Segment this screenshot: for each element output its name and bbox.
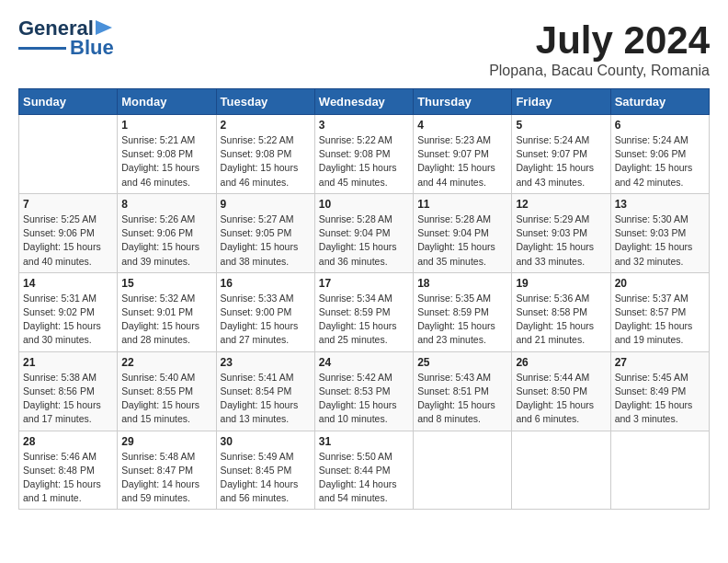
title-area: July 2024 Plopana, Bacau County, Romania bbox=[489, 18, 710, 79]
calendar-cell: 8Sunrise: 5:26 AM Sunset: 9:06 PM Daylig… bbox=[118, 193, 216, 272]
calendar-cell: 20Sunrise: 5:37 AM Sunset: 8:57 PM Dayli… bbox=[610, 272, 709, 351]
day-number: 7 bbox=[23, 198, 113, 211]
calendar-cell: 14Sunrise: 5:31 AM Sunset: 9:02 PM Dayli… bbox=[19, 272, 118, 351]
cell-content: Sunrise: 5:35 AM Sunset: 8:59 PM Dayligh… bbox=[417, 292, 507, 348]
calendar-week-5: 28Sunrise: 5:46 AM Sunset: 8:48 PM Dayli… bbox=[19, 431, 710, 510]
cell-content: Sunrise: 5:45 AM Sunset: 8:49 PM Dayligh… bbox=[615, 371, 705, 427]
cell-content: Sunrise: 5:24 AM Sunset: 9:07 PM Dayligh… bbox=[516, 133, 606, 190]
cell-content: Sunrise: 5:40 AM Sunset: 8:55 PM Dayligh… bbox=[121, 371, 211, 427]
day-number: 28 bbox=[23, 435, 113, 448]
page-title: July 2024 bbox=[489, 18, 710, 63]
calendar-cell bbox=[610, 431, 709, 510]
weekday-header-tuesday: Tuesday bbox=[216, 89, 314, 115]
calendar-week-4: 21Sunrise: 5:38 AM Sunset: 8:56 PM Dayli… bbox=[19, 351, 710, 431]
cell-content: Sunrise: 5:22 AM Sunset: 9:08 PM Dayligh… bbox=[319, 133, 409, 190]
logo-arrow-icon bbox=[96, 18, 116, 37]
calendar-cell: 9Sunrise: 5:27 AM Sunset: 9:05 PM Daylig… bbox=[216, 193, 314, 272]
weekday-header-sunday: Sunday bbox=[19, 89, 118, 115]
calendar-cell: 17Sunrise: 5:34 AM Sunset: 8:59 PM Dayli… bbox=[314, 272, 413, 351]
day-number: 14 bbox=[23, 277, 113, 290]
day-number: 30 bbox=[221, 435, 311, 448]
cell-content: Sunrise: 5:24 AM Sunset: 9:06 PM Dayligh… bbox=[615, 133, 705, 190]
cell-content: Sunrise: 5:41 AM Sunset: 8:54 PM Dayligh… bbox=[221, 371, 311, 427]
calendar-cell: 24Sunrise: 5:42 AM Sunset: 8:53 PM Dayli… bbox=[314, 351, 413, 431]
cell-content: Sunrise: 5:50 AM Sunset: 8:44 PM Dayligh… bbox=[319, 450, 409, 506]
cell-content: Sunrise: 5:22 AM Sunset: 9:08 PM Dayligh… bbox=[221, 133, 311, 190]
page-subtitle: Plopana, Bacau County, Romania bbox=[489, 63, 710, 79]
day-number: 11 bbox=[417, 198, 507, 211]
day-number: 2 bbox=[221, 119, 311, 132]
calendar-cell: 13Sunrise: 5:30 AM Sunset: 9:03 PM Dayli… bbox=[610, 193, 709, 272]
cell-content: Sunrise: 5:49 AM Sunset: 8:45 PM Dayligh… bbox=[221, 450, 311, 506]
day-number: 25 bbox=[417, 356, 507, 369]
calendar-week-2: 7Sunrise: 5:25 AM Sunset: 9:06 PM Daylig… bbox=[19, 193, 710, 272]
day-number: 20 bbox=[615, 277, 705, 290]
day-number: 17 bbox=[319, 277, 409, 290]
calendar-cell: 26Sunrise: 5:44 AM Sunset: 8:50 PM Dayli… bbox=[512, 351, 610, 431]
calendar-cell: 25Sunrise: 5:43 AM Sunset: 8:51 PM Dayli… bbox=[414, 351, 512, 431]
day-number: 29 bbox=[121, 435, 211, 448]
cell-content: Sunrise: 5:27 AM Sunset: 9:05 PM Dayligh… bbox=[221, 213, 311, 269]
calendar-cell: 12Sunrise: 5:29 AM Sunset: 9:03 PM Dayli… bbox=[512, 193, 610, 272]
calendar-cell: 31Sunrise: 5:50 AM Sunset: 8:44 PM Dayli… bbox=[314, 431, 413, 510]
cell-content: Sunrise: 5:48 AM Sunset: 8:47 PM Dayligh… bbox=[121, 450, 211, 506]
cell-content: Sunrise: 5:46 AM Sunset: 8:48 PM Dayligh… bbox=[23, 450, 113, 506]
cell-content: Sunrise: 5:25 AM Sunset: 9:06 PM Dayligh… bbox=[23, 213, 113, 269]
day-number: 16 bbox=[221, 277, 311, 290]
calendar-cell: 19Sunrise: 5:36 AM Sunset: 8:58 PM Dayli… bbox=[512, 272, 610, 351]
day-number: 4 bbox=[417, 119, 507, 132]
day-number: 22 bbox=[121, 356, 211, 369]
day-number: 12 bbox=[516, 198, 606, 211]
weekday-header-wednesday: Wednesday bbox=[314, 89, 413, 115]
calendar-cell: 11Sunrise: 5:28 AM Sunset: 9:04 PM Dayli… bbox=[414, 193, 512, 272]
cell-content: Sunrise: 5:43 AM Sunset: 8:51 PM Dayligh… bbox=[417, 371, 507, 427]
logo-blue-text: Blue bbox=[70, 37, 114, 59]
calendar-cell: 30Sunrise: 5:49 AM Sunset: 8:45 PM Dayli… bbox=[216, 431, 314, 510]
calendar-cell: 21Sunrise: 5:38 AM Sunset: 8:56 PM Dayli… bbox=[19, 351, 118, 431]
calendar-cell bbox=[512, 431, 610, 510]
day-number: 8 bbox=[121, 198, 211, 211]
cell-content: Sunrise: 5:44 AM Sunset: 8:50 PM Dayligh… bbox=[516, 371, 606, 427]
calendar-cell: 3Sunrise: 5:22 AM Sunset: 9:08 PM Daylig… bbox=[314, 115, 413, 194]
day-number: 27 bbox=[615, 356, 705, 369]
calendar-cell bbox=[414, 431, 512, 510]
calendar-cell: 7Sunrise: 5:25 AM Sunset: 9:06 PM Daylig… bbox=[19, 193, 118, 272]
weekday-header-thursday: Thursday bbox=[414, 89, 512, 115]
page-header: General Blue July 2024 Plopana, Bacau Co… bbox=[18, 18, 710, 79]
day-number: 23 bbox=[221, 356, 311, 369]
calendar-cell: 15Sunrise: 5:32 AM Sunset: 9:01 PM Dayli… bbox=[118, 272, 216, 351]
calendar-cell: 6Sunrise: 5:24 AM Sunset: 9:06 PM Daylig… bbox=[610, 115, 709, 194]
cell-content: Sunrise: 5:36 AM Sunset: 8:58 PM Dayligh… bbox=[516, 292, 606, 348]
cell-content: Sunrise: 5:33 AM Sunset: 9:00 PM Dayligh… bbox=[221, 292, 311, 348]
day-number: 10 bbox=[319, 198, 409, 211]
calendar-cell: 4Sunrise: 5:23 AM Sunset: 9:07 PM Daylig… bbox=[414, 115, 512, 194]
cell-content: Sunrise: 5:29 AM Sunset: 9:03 PM Dayligh… bbox=[516, 213, 606, 269]
cell-content: Sunrise: 5:31 AM Sunset: 9:02 PM Dayligh… bbox=[23, 292, 113, 348]
calendar-cell: 10Sunrise: 5:28 AM Sunset: 9:04 PM Dayli… bbox=[314, 193, 413, 272]
logo: General Blue bbox=[18, 18, 116, 59]
cell-content: Sunrise: 5:30 AM Sunset: 9:03 PM Dayligh… bbox=[615, 213, 705, 269]
day-number: 21 bbox=[23, 356, 113, 369]
calendar-cell: 2Sunrise: 5:22 AM Sunset: 9:08 PM Daylig… bbox=[216, 115, 314, 194]
day-number: 24 bbox=[319, 356, 409, 369]
day-number: 13 bbox=[615, 198, 705, 211]
day-number: 3 bbox=[319, 119, 409, 132]
svg-marker-0 bbox=[96, 20, 112, 35]
cell-content: Sunrise: 5:38 AM Sunset: 8:56 PM Dayligh… bbox=[23, 371, 113, 427]
cell-content: Sunrise: 5:26 AM Sunset: 9:06 PM Dayligh… bbox=[121, 213, 211, 269]
cell-content: Sunrise: 5:28 AM Sunset: 9:04 PM Dayligh… bbox=[319, 213, 409, 269]
cell-content: Sunrise: 5:42 AM Sunset: 8:53 PM Dayligh… bbox=[319, 371, 409, 427]
calendar-cell bbox=[19, 115, 118, 194]
day-number: 9 bbox=[221, 198, 311, 211]
cell-content: Sunrise: 5:23 AM Sunset: 9:07 PM Dayligh… bbox=[417, 133, 507, 190]
calendar-cell: 29Sunrise: 5:48 AM Sunset: 8:47 PM Dayli… bbox=[118, 431, 216, 510]
calendar-cell: 18Sunrise: 5:35 AM Sunset: 8:59 PM Dayli… bbox=[414, 272, 512, 351]
day-number: 6 bbox=[615, 119, 705, 132]
day-number: 18 bbox=[417, 277, 507, 290]
calendar-cell: 27Sunrise: 5:45 AM Sunset: 8:49 PM Dayli… bbox=[610, 351, 709, 431]
calendar-cell: 5Sunrise: 5:24 AM Sunset: 9:07 PM Daylig… bbox=[512, 115, 610, 194]
cell-content: Sunrise: 5:28 AM Sunset: 9:04 PM Dayligh… bbox=[417, 213, 507, 269]
day-number: 1 bbox=[121, 119, 211, 132]
weekday-header-monday: Monday bbox=[118, 89, 216, 115]
weekday-header-saturday: Saturday bbox=[610, 89, 709, 115]
